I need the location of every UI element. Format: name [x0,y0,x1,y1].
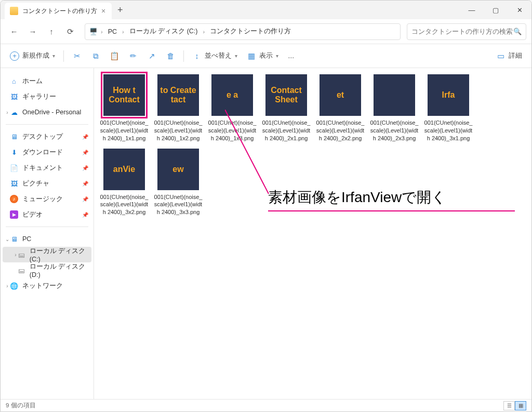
document-icon: 📄 [10,164,18,172]
sidebar-music[interactable]: ♪ ミュージック 📌 [3,191,91,207]
view-icon: ▦ [247,51,256,61]
breadcrumb-disk[interactable]: ローカル ディスク (C:) [127,26,200,37]
gallery-icon: 🖼 [10,92,18,101]
new-button[interactable]: + 新規作成 ▾ [6,48,59,64]
copy-icon: ⧉ [91,51,100,61]
sidebar-label: デスクトップ [22,132,63,141]
pin-icon: 📌 [82,181,88,187]
body: ⌂ ホーム 🖼 ギャラリー › ☁ OneDrive - Personal 🖥 … [1,68,531,399]
more-button[interactable]: … [284,48,299,64]
nav-bar: ← → ↑ ⟳ 🖥️ › PC › ローカル ディスク (C:) › コンタクト… [1,19,531,44]
file-item[interactable]: ew001(CUnet)(noise_scale)(Level1)(width … [153,148,203,217]
forward-button[interactable]: → [24,23,41,40]
breadcrumb-pc[interactable]: PC [106,27,119,36]
sidebar-gallery[interactable]: 🖼 ギャラリー [3,89,91,104]
search-box[interactable]: 🔍 [407,23,526,40]
sidebar-onedrive[interactable]: › ☁ OneDrive - Personal [3,104,91,120]
home-icon: ⌂ [10,77,18,85]
chevron-right-icon: › [203,29,205,35]
file-grid[interactable]: How t Contact001(CUnet)(noise_scale)(Lev… [94,68,531,399]
file-item[interactable]: e a001(CUnet)(noise_scale)(Level1)(width… [207,73,257,142]
chevron-right-icon[interactable]: › [12,252,19,258]
file-thumbnail: How t Contact [103,74,145,116]
sidebar-label: ダウンロード [22,148,63,157]
rename-button[interactable]: ✏ [124,48,142,64]
sidebar-label: ホーム [22,77,43,86]
minimize-button[interactable]: — [460,1,484,19]
network-icon: 🌐 [10,282,18,290]
file-item[interactable]: Irfa001(CUnet)(noise_scale)(Level1)(widt… [423,73,473,142]
thumb-text: anVie [113,165,135,174]
sidebar-pictures[interactable]: 🖼 ピクチャ 📌 [3,176,91,191]
file-item[interactable]: How t Contact001(CUnet)(noise_scale)(Lev… [99,73,149,142]
thumb-text: How t Contact [103,86,145,104]
pc-icon: 🖥️ [89,28,98,35]
chevron-right-icon[interactable]: › [4,110,11,115]
new-tab-button[interactable]: + [112,1,128,19]
command-bar: + 新規作成 ▾ ✂ ⧉ 📋 ✏ ↗ 🗑 ↕ 並べ替え ▾ ▦ 表示 ▾ … ▭… [1,44,531,68]
sidebar-disk-c[interactable]: › 🖴 ローカル ディスク (C:) [3,247,91,262]
music-icon: ♪ [10,195,18,203]
file-thumbnail [374,74,415,116]
sidebar-home[interactable]: ⌂ ホーム [3,73,91,89]
window-controls: — ▢ ✕ [460,1,531,19]
sort-icon: ↕ [192,51,202,61]
paste-button[interactable]: 📋 [105,48,123,64]
file-name: 001(CUnet)(noise_scale)(Level1)(width 24… [207,119,257,142]
refresh-button[interactable]: ⟳ [62,23,78,40]
active-tab[interactable]: コンタクトシートの作り方 × [5,3,112,19]
back-button[interactable]: ← [6,23,22,40]
address-bar[interactable]: 🖥️ › PC › ローカル ディスク (C:) › コンタクトシートの作り方 [85,23,401,40]
file-name: 001(CUnet)(noise_scale)(Level1)(width 24… [99,119,149,142]
share-icon: ↗ [147,51,156,61]
disk-icon: 🖴 [18,250,25,259]
file-name: 001(CUnet)(noise_scale)(Level1)(width 24… [99,193,149,217]
file-item[interactable]: et001(CUnet)(noise_scale)(Level1)(width … [315,73,365,142]
chevron-right-icon[interactable]: › [4,283,11,289]
delete-button[interactable]: 🗑 [162,48,179,64]
sidebar-label: ローカル ディスク (C:) [30,247,88,263]
sidebar-desktop[interactable]: 🖥 デスクトップ 📌 [3,129,91,144]
status-bar: 9 個の項目 ☰ ▦ [1,399,531,411]
details-view-button[interactable]: ☰ [503,401,515,410]
chevron-down-icon: ▾ [52,53,55,59]
file-item[interactable]: to Create tact001(CUnet)(noise_scale)(Le… [153,73,203,142]
details-label: 詳細 [509,51,522,60]
sidebar-documents[interactable]: 📄 ドキュメント 📌 [3,160,91,176]
view-button[interactable]: ▦ 表示 ▾ [243,48,283,64]
share-button[interactable]: ↗ [143,48,161,64]
download-icon: ⬇ [10,148,18,156]
thumb-text: ew [172,165,183,174]
sidebar-pc[interactable]: ⌄ 🖥 PC [3,231,91,247]
chevron-down-icon: ▾ [235,53,237,59]
search-input[interactable] [411,28,513,35]
sidebar-videos[interactable]: ▶ ビデオ 📌 [3,207,91,222]
sidebar-downloads[interactable]: ⬇ ダウンロード 📌 [3,144,91,160]
maximize-button[interactable]: ▢ [484,1,508,19]
sidebar-network[interactable]: › 🌐 ネットワーク [3,278,91,294]
file-name: 001(CUnet)(noise_scale)(Level1)(width 24… [369,119,419,142]
tab-close-button[interactable]: × [101,7,105,15]
sidebar-disk-d[interactable]: 🖴 ローカル ディスク (D:) [3,262,91,278]
details-panel-button[interactable]: ▭ 詳細 [492,48,526,64]
thumbnails-view-button[interactable]: ▦ [515,401,526,410]
file-thumbnail: Irfa [428,74,469,116]
file-name: 001(CUnet)(noise_scale)(Level1)(width 24… [153,119,203,142]
breadcrumb-folder[interactable]: コンタクトシートの作り方 [208,26,293,37]
window-close-button[interactable]: ✕ [508,1,531,19]
chevron-down-icon[interactable]: ⌄ [4,236,11,242]
file-item[interactable]: Contact Sheet001(CUnet)(noise_scale)(Lev… [261,73,311,142]
file-item[interactable]: 001(CUnet)(noise_scale)(Level1)(width 24… [369,73,419,142]
sidebar-label: ローカル ディスク (D:) [30,262,88,278]
paste-icon: 📋 [110,51,119,61]
up-button[interactable]: ↑ [43,23,60,40]
cut-button[interactable]: ✂ [68,48,86,64]
cloud-icon: ☁ [10,108,18,116]
sort-button[interactable]: ↕ 並べ替え ▾ [188,48,242,64]
separator [6,227,88,227]
sidebar-label: ミュージック [22,195,63,204]
file-item[interactable]: anVie001(CUnet)(noise_scale)(Level1)(wid… [99,148,149,217]
plus-icon: + [10,51,19,61]
sidebar-label: ドキュメント [22,164,63,172]
copy-button[interactable]: ⧉ [87,48,104,64]
